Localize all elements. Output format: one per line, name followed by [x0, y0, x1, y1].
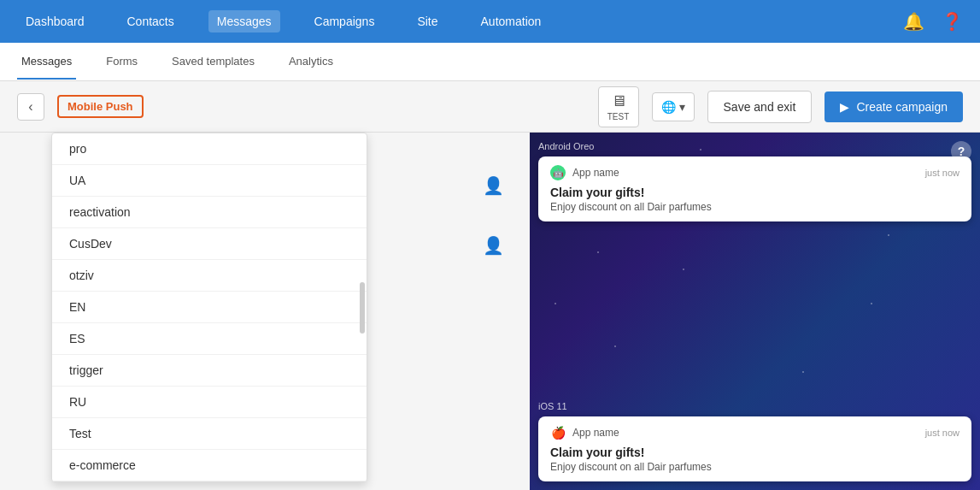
- nav-campaigns[interactable]: Campaigns: [306, 10, 384, 32]
- create-campaign-label: Create campaign: [856, 100, 948, 114]
- sub-nav-saved-templates[interactable]: Saved templates: [167, 44, 259, 80]
- campaign-type-badge: Mobile Push: [57, 95, 144, 118]
- dropdown-item-pro[interactable]: pro: [52, 133, 367, 165]
- android-notif-time: just now: [925, 168, 959, 178]
- left-panel: 👤 👤 pro UA reactivation CusDev otziv EN …: [0, 133, 530, 490]
- android-icon: 🤖: [550, 165, 566, 180]
- apple-icon: 🍎: [550, 425, 566, 440]
- ios-notification-card: 🍎 App name just now Claim your gifts! En…: [538, 416, 971, 481]
- android-notif-title: Claim your gifts!: [550, 186, 959, 199]
- dropdown-item-ecommerce[interactable]: e-commerce: [52, 450, 367, 481]
- toolbar: ‹ Mobile Push 🖥 TEST 🌐 ▾ Save and exit ▶…: [0, 81, 980, 133]
- sub-navigation: Messages Forms Saved templates Analytics: [0, 43, 980, 81]
- ios-notif-title: Claim your gifts!: [550, 446, 959, 459]
- nav-contacts[interactable]: Contacts: [119, 10, 183, 32]
- chevron-down-icon: ▾: [679, 100, 685, 114]
- dropdown-item-ua[interactable]: UA: [52, 165, 367, 197]
- android-notification-card: 🤖 App name just now Claim your gifts! En…: [538, 156, 971, 221]
- person-icon-1: 👤: [483, 175, 504, 196]
- main-content: 👤 👤 pro UA reactivation CusDev otziv EN …: [0, 133, 980, 490]
- tag-dropdown[interactable]: pro UA reactivation CusDev otziv EN ES t…: [51, 133, 367, 482]
- sub-nav-analytics[interactable]: Analytics: [285, 44, 337, 80]
- ios-app-name: App name: [572, 427, 619, 439]
- nav-messages[interactable]: Messages: [208, 10, 280, 32]
- ios-notif-header: 🍎 App name just now: [550, 425, 959, 440]
- ios-app-info: 🍎 App name: [550, 425, 619, 440]
- ios-notif-body: Enjoy discount on all Dair parfumes: [550, 461, 959, 473]
- top-navigation: Dashboard Contacts Messages Campaigns Si…: [0, 0, 980, 43]
- person-icon-2: 👤: [483, 235, 504, 256]
- bell-icon[interactable]: 🔔: [903, 11, 924, 32]
- language-button[interactable]: 🌐 ▾: [652, 92, 695, 121]
- dropdown-item-otziv[interactable]: otziv: [52, 260, 367, 292]
- android-app-info: 🤖 App name: [550, 165, 619, 180]
- save-exit-button[interactable]: Save and exit: [707, 91, 813, 123]
- dropdown-item-test[interactable]: Test: [52, 418, 367, 450]
- android-platform-label: Android Oreo: [538, 141, 971, 151]
- nav-icons: 🔔 ❓: [903, 11, 963, 32]
- dropdown-item-es[interactable]: ES: [52, 323, 367, 355]
- play-icon: ▶: [840, 100, 849, 114]
- ios-preview: iOS 11 🍎 App name just now Claim your gi…: [538, 401, 971, 481]
- scrollbar: [360, 282, 365, 334]
- sub-nav-messages[interactable]: Messages: [17, 44, 76, 80]
- nav-dashboard[interactable]: Dashboard: [17, 10, 93, 32]
- nav-links: Dashboard Contacts Messages Campaigns Si…: [17, 10, 549, 32]
- globe-icon: 🌐: [661, 100, 676, 114]
- ios-platform-label: iOS 11: [538, 401, 971, 411]
- android-preview: Android Oreo 🤖 App name just now Claim y…: [538, 141, 971, 221]
- dropdown-item-ru[interactable]: RU: [52, 387, 367, 418]
- create-campaign-button[interactable]: ▶ Create campaign: [824, 92, 963, 122]
- sub-nav-forms[interactable]: Forms: [102, 44, 142, 80]
- android-notif-body: Enjoy discount on all Dair parfumes: [550, 201, 959, 213]
- nav-automation[interactable]: Automation: [472, 10, 550, 32]
- help-icon[interactable]: ❓: [942, 11, 963, 32]
- back-button[interactable]: ‹: [17, 93, 44, 121]
- test-icon: 🖥: [611, 92, 626, 110]
- nav-site[interactable]: Site: [408, 10, 446, 32]
- dropdown-item-en[interactable]: EN: [52, 292, 367, 323]
- test-button[interactable]: 🖥 TEST: [598, 86, 639, 127]
- dropdown-item-cusdev[interactable]: CusDev: [52, 228, 367, 260]
- android-notif-header: 🤖 App name just now: [550, 165, 959, 180]
- ios-notif-time: just now: [925, 428, 959, 438]
- preview-panel: ? Android Oreo 🤖 App name just now Claim…: [530, 133, 980, 490]
- test-label: TEST: [607, 112, 630, 121]
- dropdown-item-trigger[interactable]: trigger: [52, 355, 367, 387]
- dropdown-item-reactivation[interactable]: reactivation: [52, 197, 367, 228]
- android-app-name: App name: [572, 167, 619, 179]
